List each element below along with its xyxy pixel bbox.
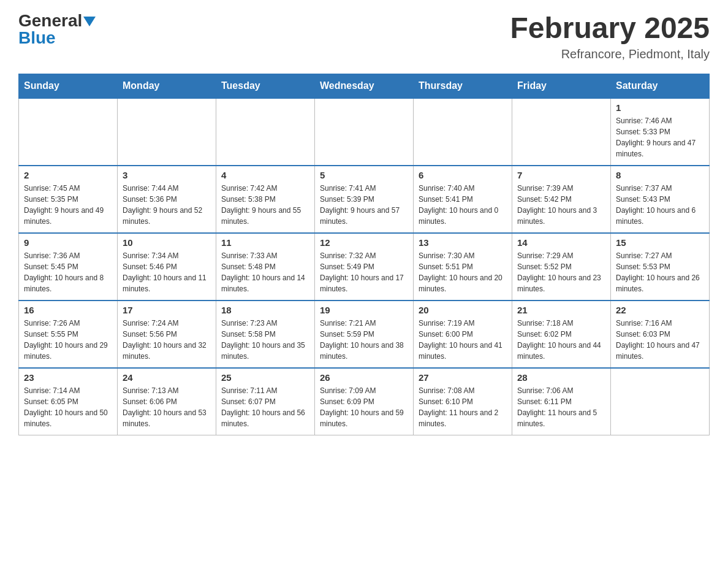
day-cell-2-0: 9Sunrise: 7:36 AM Sunset: 5:45 PM Daylig…: [19, 233, 118, 301]
day-info: Sunrise: 7:26 AM Sunset: 5:55 PM Dayligh…: [24, 318, 112, 362]
day-cell-1-0: 2Sunrise: 7:45 AM Sunset: 5:35 PM Daylig…: [19, 166, 118, 233]
day-cell-1-3: 5Sunrise: 7:41 AM Sunset: 5:39 PM Daylig…: [315, 166, 414, 233]
day-number: 9: [24, 237, 112, 248]
day-info: Sunrise: 7:06 AM Sunset: 6:11 PM Dayligh…: [517, 385, 605, 429]
day-info: Sunrise: 7:32 AM Sunset: 5:49 PM Dayligh…: [320, 250, 408, 294]
logo-blue-text: Blue: [18, 28, 56, 47]
header-friday: Friday: [512, 74, 611, 98]
location-subtitle: Refrancore, Piedmont, Italy: [510, 47, 710, 61]
day-number: 22: [616, 305, 704, 315]
day-number: 20: [419, 305, 507, 315]
day-info: Sunrise: 7:08 AM Sunset: 6:10 PM Dayligh…: [419, 385, 507, 429]
day-info: Sunrise: 7:42 AM Sunset: 5:38 PM Dayligh…: [221, 183, 309, 227]
logo-triangle-icon: [83, 17, 96, 26]
header-wednesday: Wednesday: [315, 74, 414, 98]
day-cell-3-5: 21Sunrise: 7:18 AM Sunset: 6:02 PM Dayli…: [512, 301, 611, 368]
day-number: 18: [221, 305, 309, 315]
day-number: 10: [123, 237, 211, 248]
day-info: Sunrise: 7:18 AM Sunset: 6:02 PM Dayligh…: [517, 318, 605, 362]
day-cell-4-4: 27Sunrise: 7:08 AM Sunset: 6:10 PM Dayli…: [414, 368, 512, 435]
day-cell-0-1: [118, 98, 216, 166]
day-info: Sunrise: 7:24 AM Sunset: 5:56 PM Dayligh…: [123, 318, 211, 362]
day-number: 25: [221, 372, 309, 383]
day-info: Sunrise: 7:13 AM Sunset: 6:06 PM Dayligh…: [123, 385, 211, 429]
day-info: Sunrise: 7:19 AM Sunset: 6:00 PM Dayligh…: [419, 318, 507, 362]
day-number: 7: [517, 170, 605, 180]
week-row-1: 1Sunrise: 7:46 AM Sunset: 5:33 PM Daylig…: [19, 98, 710, 166]
day-cell-3-4: 20Sunrise: 7:19 AM Sunset: 6:00 PM Dayli…: [414, 301, 512, 368]
week-row-3: 9Sunrise: 7:36 AM Sunset: 5:45 PM Daylig…: [19, 233, 710, 301]
day-cell-4-6: [611, 368, 710, 435]
title-block: February 2025 Refrancore, Piedmont, Ital…: [510, 12, 710, 61]
day-cell-2-3: 12Sunrise: 7:32 AM Sunset: 5:49 PM Dayli…: [315, 233, 414, 301]
day-cell-3-1: 17Sunrise: 7:24 AM Sunset: 5:56 PM Dayli…: [118, 301, 216, 368]
day-cell-0-2: [216, 98, 315, 166]
day-cell-1-5: 7Sunrise: 7:39 AM Sunset: 5:42 PM Daylig…: [512, 166, 611, 233]
day-number: 11: [221, 237, 309, 248]
day-info: Sunrise: 7:36 AM Sunset: 5:45 PM Dayligh…: [24, 250, 112, 294]
day-cell-1-1: 3Sunrise: 7:44 AM Sunset: 5:36 PM Daylig…: [118, 166, 216, 233]
day-info: Sunrise: 7:39 AM Sunset: 5:42 PM Dayligh…: [517, 183, 605, 227]
header-thursday: Thursday: [414, 74, 512, 98]
day-info: Sunrise: 7:40 AM Sunset: 5:41 PM Dayligh…: [419, 183, 507, 227]
day-info: Sunrise: 7:34 AM Sunset: 5:46 PM Dayligh…: [123, 250, 211, 294]
day-cell-3-6: 22Sunrise: 7:16 AM Sunset: 6:03 PM Dayli…: [611, 301, 710, 368]
day-cell-2-2: 11Sunrise: 7:33 AM Sunset: 5:48 PM Dayli…: [216, 233, 315, 301]
day-info: Sunrise: 7:09 AM Sunset: 6:09 PM Dayligh…: [320, 385, 408, 429]
day-cell-0-3: [315, 98, 414, 166]
day-number: 23: [24, 372, 112, 383]
day-info: Sunrise: 7:14 AM Sunset: 6:05 PM Dayligh…: [24, 385, 112, 429]
day-cell-4-2: 25Sunrise: 7:11 AM Sunset: 6:07 PM Dayli…: [216, 368, 315, 435]
day-number: 16: [24, 305, 112, 315]
day-cell-3-3: 19Sunrise: 7:21 AM Sunset: 5:59 PM Dayli…: [315, 301, 414, 368]
day-cell-1-6: 8Sunrise: 7:37 AM Sunset: 5:43 PM Daylig…: [611, 166, 710, 233]
day-info: Sunrise: 7:21 AM Sunset: 5:59 PM Dayligh…: [320, 318, 408, 362]
day-number: 5: [320, 170, 408, 180]
week-row-2: 2Sunrise: 7:45 AM Sunset: 5:35 PM Daylig…: [19, 166, 710, 233]
day-cell-0-5: [512, 98, 611, 166]
day-number: 17: [123, 305, 211, 315]
day-info: Sunrise: 7:44 AM Sunset: 5:36 PM Dayligh…: [123, 183, 211, 227]
day-number: 28: [517, 372, 605, 383]
day-number: 3: [123, 170, 211, 180]
day-cell-2-1: 10Sunrise: 7:34 AM Sunset: 5:46 PM Dayli…: [118, 233, 216, 301]
day-cell-3-2: 18Sunrise: 7:23 AM Sunset: 5:58 PM Dayli…: [216, 301, 315, 368]
day-number: 26: [320, 372, 408, 383]
day-info: Sunrise: 7:29 AM Sunset: 5:52 PM Dayligh…: [517, 250, 605, 294]
day-number: 15: [616, 237, 704, 248]
week-row-4: 16Sunrise: 7:26 AM Sunset: 5:55 PM Dayli…: [19, 301, 710, 368]
day-cell-2-4: 13Sunrise: 7:30 AM Sunset: 5:51 PM Dayli…: [414, 233, 512, 301]
day-cell-4-1: 24Sunrise: 7:13 AM Sunset: 6:06 PM Dayli…: [118, 368, 216, 435]
header-tuesday: Tuesday: [216, 74, 315, 98]
day-number: 19: [320, 305, 408, 315]
day-info: Sunrise: 7:41 AM Sunset: 5:39 PM Dayligh…: [320, 183, 408, 227]
day-number: 24: [123, 372, 211, 383]
day-cell-4-3: 26Sunrise: 7:09 AM Sunset: 6:09 PM Dayli…: [315, 368, 414, 435]
day-info: Sunrise: 7:33 AM Sunset: 5:48 PM Dayligh…: [221, 250, 309, 294]
day-info: Sunrise: 7:16 AM Sunset: 6:03 PM Dayligh…: [616, 318, 704, 362]
day-info: Sunrise: 7:45 AM Sunset: 5:35 PM Dayligh…: [24, 183, 112, 227]
day-number: 4: [221, 170, 309, 180]
day-number: 13: [419, 237, 507, 248]
day-number: 27: [419, 372, 507, 383]
day-number: 8: [616, 170, 704, 180]
day-info: Sunrise: 7:30 AM Sunset: 5:51 PM Dayligh…: [419, 250, 507, 294]
logo: General Blue: [18, 12, 96, 47]
day-info: Sunrise: 7:46 AM Sunset: 5:33 PM Dayligh…: [616, 115, 704, 159]
calendar-table: Sunday Monday Tuesday Wednesday Thursday…: [18, 74, 710, 436]
day-info: Sunrise: 7:27 AM Sunset: 5:53 PM Dayligh…: [616, 250, 704, 294]
day-info: Sunrise: 7:37 AM Sunset: 5:43 PM Dayligh…: [616, 183, 704, 227]
header-monday: Monday: [118, 74, 216, 98]
header-saturday: Saturday: [611, 74, 710, 98]
day-number: 1: [616, 102, 704, 113]
day-number: 14: [517, 237, 605, 248]
day-cell-2-5: 14Sunrise: 7:29 AM Sunset: 5:52 PM Dayli…: [512, 233, 611, 301]
day-cell-4-5: 28Sunrise: 7:06 AM Sunset: 6:11 PM Dayli…: [512, 368, 611, 435]
day-cell-1-2: 4Sunrise: 7:42 AM Sunset: 5:38 PM Daylig…: [216, 166, 315, 233]
logo-general-text: General: [18, 11, 82, 30]
weekday-header-row: Sunday Monday Tuesday Wednesday Thursday…: [19, 74, 710, 98]
page-header: General Blue February 2025 Refrancore, P…: [18, 12, 710, 61]
day-cell-2-6: 15Sunrise: 7:27 AM Sunset: 5:53 PM Dayli…: [611, 233, 710, 301]
day-cell-0-6: 1Sunrise: 7:46 AM Sunset: 5:33 PM Daylig…: [611, 98, 710, 166]
day-cell-0-0: [19, 98, 118, 166]
